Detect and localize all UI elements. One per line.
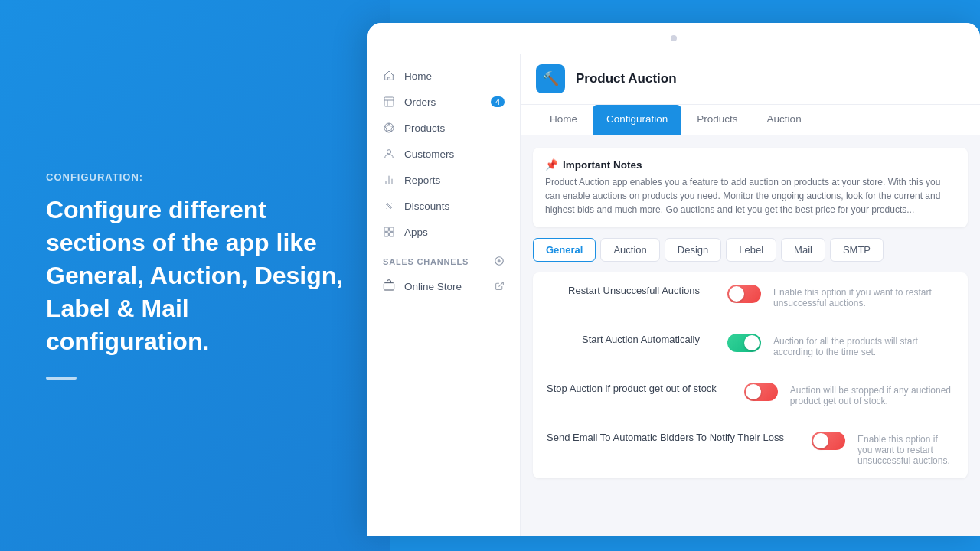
config-tab-auction[interactable]: Auction (600, 238, 659, 262)
setting-row-start-auto: Start Auction Automatically Auction for … (533, 321, 968, 370)
setting-desc-start-auto: Auction for all the products will start … (773, 336, 954, 357)
orders-badge: 4 (491, 96, 505, 107)
svg-rect-0 (384, 97, 394, 106)
tab-configuration[interactable]: Configuration (593, 105, 681, 135)
notes-title: 📌 Important Notes (545, 158, 956, 171)
sidebar-item-online-store[interactable]: Online Store (368, 272, 520, 301)
toggle-send-email[interactable] (812, 432, 845, 450)
external-link-icon (495, 281, 505, 293)
products-icon (383, 122, 395, 134)
svg-rect-7 (384, 233, 388, 236)
app-card: Home Orders 4 Products (368, 23, 980, 536)
svg-rect-6 (390, 227, 394, 231)
content-area: 📌 Important Notes Product Auction app en… (521, 135, 980, 536)
setting-row-send-email: Send Email To Automatic Bidders To Notif… (533, 419, 968, 478)
sidebar: Home Orders 4 Products (368, 54, 521, 536)
svg-rect-5 (384, 227, 388, 231)
sidebar-item-reports[interactable]: Reports (368, 167, 520, 193)
online-store-label: Online Store (404, 281, 462, 292)
config-divider (46, 377, 77, 380)
setting-label-send-email: Send Email To Automatic Bidders To Notif… (547, 432, 799, 443)
orders-icon (383, 96, 395, 108)
card-body: Home Orders 4 Products (368, 54, 980, 536)
tab-home[interactable]: Home (536, 105, 591, 135)
tab-auction[interactable]: Auction (753, 105, 815, 135)
setting-desc-stop-oos: Auction will be stopped if any auctioned… (790, 385, 954, 406)
config-tab-smtp[interactable]: SMTP (830, 238, 884, 262)
setting-label-restart: Restart Unsuccesfull Auctions (547, 285, 715, 296)
setting-desc-send-email: Enable this option if you want to restar… (858, 434, 954, 466)
notes-icon: 📌 (545, 158, 558, 171)
reports-icon (383, 174, 395, 186)
notes-text: Product Auction app enables you a featur… (545, 175, 956, 217)
config-tab-general[interactable]: General (533, 238, 596, 262)
sidebar-discounts-label: Discounts (404, 201, 449, 212)
sales-channels-section: SALES CHANNELS (368, 245, 520, 272)
sidebar-item-customers[interactable]: Customers (368, 141, 520, 167)
sidebar-item-discounts[interactable]: Discounts (368, 193, 520, 219)
card-topbar (368, 23, 980, 54)
sidebar-item-apps[interactable]: Apps (368, 219, 520, 245)
setting-row-restart: Restart Unsuccesfull Auctions Enable thi… (533, 272, 968, 321)
app-logo: 🔨 (536, 64, 565, 93)
sidebar-home-label: Home (404, 70, 432, 82)
main-content: 🔨 Product Auction Home Configuration Pro… (521, 54, 980, 536)
topbar-dot (671, 35, 677, 41)
sidebar-customers-label: Customers (404, 148, 454, 160)
sidebar-products-label: Products (404, 122, 445, 134)
app-header: 🔨 Product Auction (521, 54, 980, 105)
toggle-start-auto[interactable] (727, 334, 761, 352)
svg-point-2 (387, 150, 390, 154)
svg-point-3 (387, 204, 389, 206)
sidebar-item-home[interactable]: Home (368, 63, 520, 89)
toggle-stop-oos[interactable] (744, 383, 778, 401)
svg-rect-8 (390, 233, 394, 236)
config-tab-design[interactable]: Design (665, 238, 721, 262)
online-store-icon (383, 279, 395, 294)
config-tab-mail[interactable]: Mail (781, 238, 825, 262)
config-heading: Configure different sections of the app … (46, 194, 345, 359)
setting-label-stop-oos: Stop Auction if product get out of stock (547, 383, 732, 394)
setting-desc-restart: Enable this option if you want to restar… (773, 287, 954, 308)
config-tabs: General Auction Design Lebel Mail SMTP (533, 238, 968, 262)
add-channel-icon[interactable] (494, 256, 505, 268)
setting-label-start-auto: Start Auction Automatically (547, 334, 715, 345)
config-label: CONFIGURATION: (46, 171, 345, 183)
config-tab-label[interactable]: Lebel (726, 238, 776, 262)
customers-icon (383, 148, 395, 160)
tab-products[interactable]: Products (683, 105, 751, 135)
discounts-icon (383, 200, 395, 212)
setting-row-stop-out-of-stock: Stop Auction if product get out of stock… (533, 370, 968, 419)
settings-section: Restart Unsuccesfull Auctions Enable thi… (533, 272, 968, 478)
sidebar-orders-label: Orders (404, 96, 436, 108)
app-title: Product Auction (576, 71, 677, 86)
svg-point-4 (390, 207, 392, 209)
sidebar-item-orders[interactable]: Orders 4 (368, 89, 520, 115)
sidebar-item-products[interactable]: Products (368, 115, 520, 141)
sales-channels-label: SALES CHANNELS (383, 257, 469, 266)
sidebar-reports-label: Reports (404, 174, 440, 186)
sidebar-apps-label: Apps (404, 227, 428, 238)
left-panel: CONFIGURATION: Configure different secti… (0, 0, 390, 551)
nav-tabs: Home Configuration Products Auction (521, 105, 980, 135)
home-icon (383, 70, 395, 82)
svg-rect-10 (384, 283, 394, 290)
toggle-restart[interactable] (727, 285, 761, 303)
important-notes-box: 📌 Important Notes Product Auction app en… (533, 148, 968, 227)
apps-icon (383, 226, 395, 238)
